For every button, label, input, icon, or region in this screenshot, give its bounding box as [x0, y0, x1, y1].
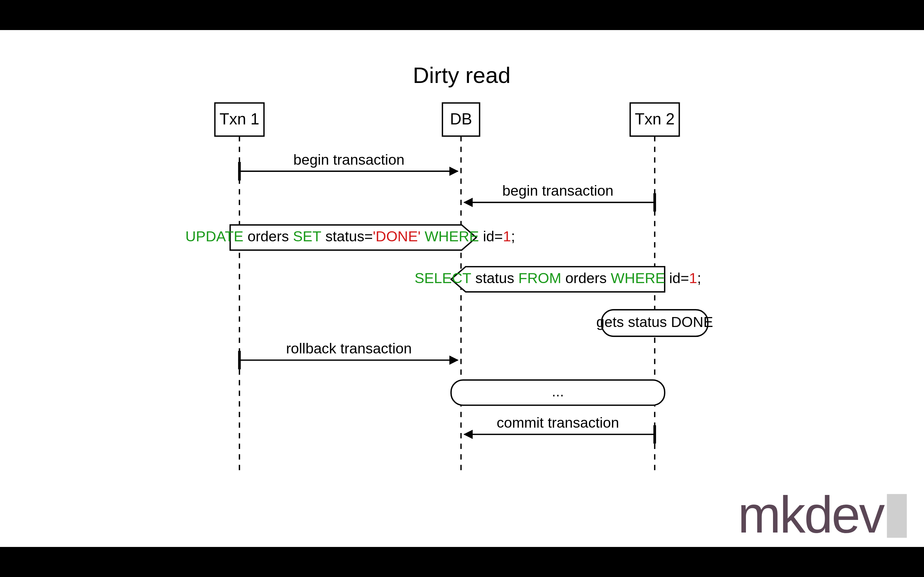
sql-text-update: UPDATE orders SET status='DONE' WHERE id…	[185, 228, 515, 244]
note-result-text: gets status DONE	[596, 314, 713, 330]
msg-label-begin2: begin transaction	[502, 182, 614, 199]
msg-label-commit: commit transaction	[497, 414, 619, 430]
diagram-title: Dirty read	[413, 63, 510, 88]
participant-label-txn2: Txn 2	[635, 110, 675, 128]
sequence-diagram: Dirty read Txn 1 DB Txn 2 begin transact…	[0, 30, 924, 547]
letterbox-top	[0, 0, 924, 30]
participant-label-db: DB	[450, 110, 472, 128]
note-ellipsis-text: ...	[552, 383, 564, 400]
sql-text-select: SELECT status FROM orders WHERE id=1;	[415, 270, 701, 286]
brand-text: mkdev	[738, 486, 885, 543]
participant-label-txn1: Txn 1	[220, 110, 259, 128]
letterbox-bottom	[0, 547, 924, 577]
brand-block-icon	[887, 494, 907, 538]
msg-label-begin1: begin transaction	[293, 152, 405, 168]
msg-label-rollback: rollback transaction	[286, 340, 412, 356]
slide-content: Dirty read Txn 1 DB Txn 2 begin transact…	[0, 30, 924, 547]
